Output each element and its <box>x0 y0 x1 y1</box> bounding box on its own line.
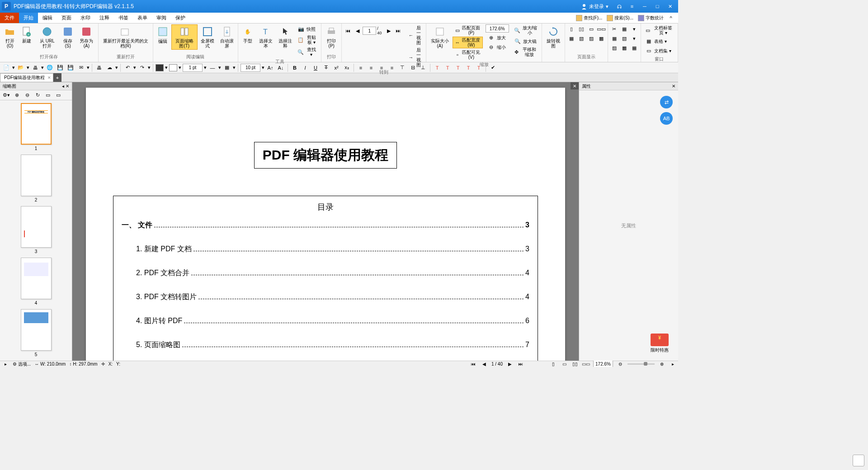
qb-redo[interactable]: ↷ <box>137 63 146 72</box>
hand-button[interactable]: ✋手型 <box>240 24 255 45</box>
autoscroll-button[interactable]: 自动滚屏 <box>217 24 236 50</box>
snapshot-button[interactable]: 📷快照 <box>295 24 319 33</box>
ab-float[interactable]: AB <box>660 112 673 125</box>
maximize-button[interactable]: □ <box>651 1 664 12</box>
continuous-icon[interactable]: ▭ <box>587 24 596 33</box>
valign-t[interactable]: ⊤ <box>398 63 407 72</box>
layout-3[interactable]: ▨ <box>587 34 596 43</box>
fit-width-button[interactable]: ↔匹配宽度(W) <box>453 37 483 48</box>
bold[interactable]: B <box>290 63 299 72</box>
qb-open[interactable]: 📂 <box>16 63 25 72</box>
open-button[interactable]: 打开(O) <box>2 24 18 50</box>
rotate-view-button[interactable]: 旋转视图 <box>544 24 563 50</box>
t1[interactable]: ✂ <box>610 24 619 33</box>
tab-edit[interactable]: 编辑 <box>38 13 57 23</box>
thumb-rotate[interactable]: ↻ <box>33 91 42 100</box>
doc-close[interactable]: ✕ <box>571 82 579 89</box>
tab-form[interactable]: 表单 <box>133 13 152 23</box>
two-page-icon[interactable]: ▯▯ <box>577 24 586 33</box>
save-as-button[interactable]: 另存为(A) <box>77 24 96 50</box>
zoom-out-button[interactable]: ⊖缩小 <box>486 42 509 52</box>
valign-m[interactable]: ⊟ <box>408 63 417 72</box>
thumb-import[interactable]: ▭ <box>54 91 63 100</box>
qb-scan[interactable]: 🖶 <box>31 63 40 72</box>
next-page-button[interactable]: ▶ <box>384 26 393 35</box>
t3[interactable]: ▾ <box>630 24 639 33</box>
sb-layout1[interactable]: ▯ <box>550 362 557 367</box>
sb-first[interactable]: ⏮ <box>470 362 477 367</box>
strike[interactable]: T̶ <box>321 63 330 72</box>
sb-zoom-out[interactable]: ⊖ <box>617 362 624 367</box>
thumb-item[interactable]: PDF 编辑器使用教程1 <box>3 103 69 151</box>
save-button[interactable]: 保存(S) <box>60 24 75 50</box>
t7[interactable]: ▨ <box>610 43 619 52</box>
zoom-slider[interactable] <box>627 363 655 365</box>
hl-1[interactable]: T <box>433 63 442 72</box>
fit-page-button[interactable]: ▭匹配页面(P) <box>453 24 483 36</box>
thumb-list[interactable]: PDF 编辑器使用教程1 2 3 4 5 <box>0 100 72 361</box>
cont-two-icon[interactable]: ▭▭ <box>597 24 606 33</box>
last-page-button[interactable]: ⏭ <box>394 26 402 35</box>
tab-bookmark[interactable]: 书签 <box>114 13 133 23</box>
add-tab[interactable]: + <box>53 73 61 82</box>
qb-save[interactable]: 💾 <box>56 63 65 72</box>
sb-layout2[interactable]: ▭ <box>561 362 568 367</box>
sb-last[interactable]: ⏭ <box>517 362 524 367</box>
thumb-item[interactable]: 5 <box>3 309 69 357</box>
font-dec[interactable]: A↓ <box>276 63 285 72</box>
thumb-zoom-out[interactable]: ⊖ <box>23 91 32 100</box>
find-menu[interactable]: 查找(F)... <box>574 14 604 22</box>
close-icon[interactable]: ✕ <box>672 84 675 89</box>
align-c[interactable]: ≡ <box>367 63 376 72</box>
wordcount-menu[interactable]: 字数统计 <box>636 14 665 22</box>
tab-page[interactable]: 页面 <box>57 13 76 23</box>
layout-4[interactable]: ▩ <box>597 34 606 43</box>
pan-zoom-button[interactable]: ✥平移和缩放 <box>512 46 540 58</box>
tab-protect[interactable]: 保护 <box>171 13 190 23</box>
options-link[interactable]: ⚙ 选项... <box>13 361 31 367</box>
zoom-input[interactable] <box>486 24 509 33</box>
translate-float[interactable]: ⇄ <box>660 96 673 108</box>
user-menu[interactable]: 未登录 ▾ <box>581 3 609 10</box>
layout-1[interactable]: ▦ <box>567 34 576 43</box>
print-button[interactable]: 打印(P) <box>323 24 340 50</box>
thumb-item[interactable]: 2 <box>3 155 69 202</box>
close-button[interactable]: ✕ <box>664 1 676 12</box>
doc-tab[interactable]: PDF编辑器使用教程✕ <box>0 73 53 82</box>
fontsize[interactable] <box>241 64 260 72</box>
search-menu[interactable]: 搜索(S)... <box>605 14 635 22</box>
select-text-button[interactable]: T选择文本 <box>256 24 275 50</box>
fill-color[interactable] <box>156 64 164 71</box>
italic[interactable]: I <box>301 63 310 72</box>
linewidth-1[interactable] <box>183 64 203 72</box>
zoom-in-button[interactable]: ⊕放大 <box>486 33 509 42</box>
t9[interactable]: ▦ <box>630 43 639 52</box>
sb-prev[interactable]: ◀ <box>481 362 488 367</box>
thumb-opts[interactable]: ⚙▾ <box>2 91 11 100</box>
thumb-export[interactable]: ▭ <box>43 91 52 100</box>
close-icon[interactable]: ✕ <box>47 75 51 80</box>
thumb-zoom-in[interactable]: ⊕ <box>12 91 21 100</box>
sb-zoom-input[interactable] <box>593 360 613 367</box>
from-url-button[interactable]: 从 URL 打开 <box>35 24 59 50</box>
find-button[interactable]: 🔍查找 ▾ <box>295 46 319 58</box>
stroke-color[interactable] <box>169 64 177 71</box>
fit-visible-button[interactable]: ▫匹配可见(V) <box>453 49 483 61</box>
align-j[interactable]: ≡ <box>387 63 396 72</box>
sb-layout4[interactable]: ▭▭ <box>582 362 590 367</box>
align-l[interactable]: ≡ <box>356 63 365 72</box>
single-page-icon[interactable]: ▯ <box>567 24 576 33</box>
t6[interactable]: ▾ <box>630 34 639 43</box>
minimize-button[interactable]: ─ <box>638 1 651 12</box>
sb-layout3[interactable]: ▯▯ <box>571 362 579 367</box>
new-button[interactable]: +新建 <box>19 24 34 45</box>
thumb-item[interactable]: 3 <box>3 206 69 254</box>
docs-button[interactable]: ▭文档集 ▾ <box>643 46 676 55</box>
qb-new[interactable]: 📄 <box>2 63 11 72</box>
qb-mail[interactable]: ✉ <box>76 63 85 72</box>
hl-5[interactable]: T <box>474 63 483 72</box>
edit-button[interactable]: 编辑 <box>155 24 170 45</box>
tab-start[interactable]: 开始 <box>19 13 38 23</box>
super[interactable]: x² <box>332 63 341 72</box>
reopen-button[interactable]: 重新打开最近关闭的文档(R) <box>100 24 151 50</box>
